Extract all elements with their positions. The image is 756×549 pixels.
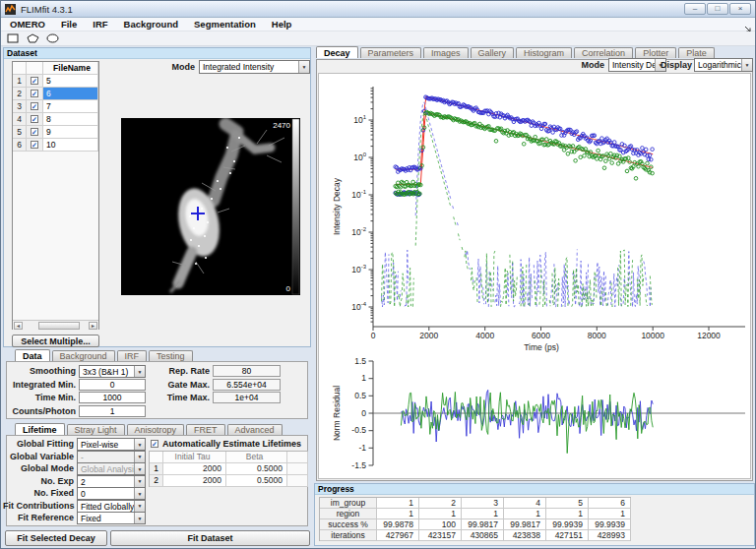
- filler-cell: [287, 475, 308, 487]
- initial-tau-header: Initial Tau: [163, 452, 226, 463]
- menu-omero[interactable]: OMERO: [10, 19, 45, 30]
- file-checkbox[interactable]: ✓: [27, 75, 43, 88]
- file-checkbox[interactable]: ✓: [27, 88, 43, 100]
- maximize-button[interactable]: □: [707, 3, 728, 15]
- field-global-mode[interactable]: Global Analysis▼: [77, 462, 146, 475]
- dataset-mode-dropdown[interactable]: Integrated Intensity ▼: [199, 60, 310, 74]
- progress-value-cell: 1: [546, 509, 589, 519]
- field-no-exp[interactable]: 2▼: [77, 475, 146, 488]
- tab-lifetime[interactable]: Lifetime: [15, 423, 65, 435]
- file-table-row[interactable]: 5✓9: [13, 126, 98, 139]
- scroll-thumb[interactable]: [38, 322, 80, 330]
- beta-cell[interactable]: 0.5000: [226, 463, 287, 475]
- filename-cell[interactable]: 7: [43, 100, 98, 113]
- field-global-variable-value: -: [78, 452, 134, 462]
- file-table-row[interactable]: 1✓5: [13, 75, 98, 88]
- field-no-fixed[interactable]: 0▼: [77, 487, 146, 500]
- svg-text:-0.5: -0.5: [351, 425, 366, 435]
- tab-gallery[interactable]: Gallery: [471, 47, 515, 58]
- progress-value-cell: 1: [377, 498, 419, 509]
- field-counts-photon[interactable]: 1: [79, 405, 146, 417]
- menu-segmentation[interactable]: Segmentation: [194, 19, 256, 30]
- title-bar: FLIMfit 4.3.1 – □ ×: [1, 1, 755, 18]
- menu-irf[interactable]: IRF: [93, 19, 107, 30]
- file-table-row[interactable]: 3✓7: [13, 100, 98, 113]
- tab-fret[interactable]: FRET: [186, 424, 225, 435]
- progress-value-cell: 1: [462, 509, 504, 519]
- field-fit-reference[interactable]: Fixed▼: [77, 512, 146, 524]
- field-time-min[interactable]: 1000: [79, 392, 146, 403]
- app-window: FLIMfit 4.3.1 – □ × OMEROFileIRFBackgrou…: [0, 0, 756, 549]
- close-button[interactable]: ×: [729, 3, 751, 15]
- residual-axis-labels: 1.510.50-0.5-1-1.5Norm Residual: [332, 356, 366, 470]
- decay-charts: 10110010-110-210-310-4020004000600080001…: [319, 74, 750, 478]
- filename-cell[interactable]: 9: [43, 126, 98, 139]
- progress-value-cell: 2: [419, 498, 462, 509]
- ellipse-roi-tool[interactable]: [44, 32, 60, 44]
- field-global-fitting[interactable]: Pixel-wise▼: [77, 438, 146, 451]
- minimize-button[interactable]: –: [684, 3, 706, 15]
- progress-value-cell: 423838: [504, 530, 546, 541]
- scroll-right-icon[interactable]: ►: [89, 322, 97, 330]
- filename-cell[interactable]: 6: [43, 88, 98, 100]
- tab-plotter[interactable]: Plotter: [635, 47, 676, 58]
- menu-help[interactable]: Help: [272, 19, 292, 30]
- initial-tau-cell[interactable]: 2000: [163, 475, 226, 487]
- field-time-max: 1e+04: [213, 392, 281, 403]
- field-fit-reference-value: Fixed: [78, 513, 134, 523]
- field-smoothing[interactable]: 3x3 (B&H 1)▼: [79, 365, 146, 378]
- fit-selected-decay-button[interactable]: Fit Selected Decay: [5, 530, 107, 546]
- auto-estimate-checkbox[interactable]: ✓ Automatically Estimate Lifetimes: [151, 439, 301, 449]
- menu-file[interactable]: File: [61, 19, 77, 30]
- field-fit-contributions[interactable]: Fitted Globally▼: [77, 500, 146, 513]
- progress-value-cell: 1: [419, 509, 462, 519]
- filename-cell[interactable]: 8: [43, 113, 98, 126]
- svg-text:10-4: 10-4: [351, 301, 366, 312]
- initial-tau-cell[interactable]: 2000: [163, 463, 226, 475]
- colorbar: [292, 119, 299, 294]
- file-checkbox[interactable]: ✓: [27, 113, 43, 126]
- field-integrated-min[interactable]: 0: [79, 379, 146, 391]
- fit-dataset-button[interactable]: Fit Dataset: [110, 530, 310, 546]
- tab-histogram[interactable]: Histogram: [516, 47, 572, 58]
- progress-value-cell: 100: [419, 519, 462, 530]
- tab-stray-light[interactable]: Stray Light: [67, 424, 125, 435]
- file-table-row[interactable]: 2✓6: [13, 88, 98, 100]
- tab-plate[interactable]: Plate: [678, 47, 715, 58]
- progress-row-region: region111111: [320, 509, 631, 519]
- scroll-left-icon[interactable]: ◄: [14, 322, 23, 330]
- svg-text:10000: 10000: [641, 331, 664, 340]
- file-table-hscrollbar[interactable]: ◄ ►: [13, 320, 98, 330]
- tab-anisotropy[interactable]: Anisotropy: [127, 424, 185, 435]
- colorbar-max-label: 2470: [273, 121, 290, 130]
- svg-text:0.5: 0.5: [354, 391, 366, 400]
- file-table-row[interactable]: 6✓10: [13, 139, 98, 152]
- polygon-roi-tool[interactable]: [25, 32, 40, 44]
- intensity-image[interactable]: 24700: [121, 118, 300, 295]
- tab-background[interactable]: Background: [52, 350, 115, 361]
- tab-advanced[interactable]: Advanced: [227, 424, 283, 435]
- menu-background[interactable]: Background: [124, 19, 178, 30]
- tab-testing[interactable]: Testing: [149, 350, 193, 361]
- plot-mode-dropdown[interactable]: Intensity Decay ▼: [608, 58, 666, 72]
- file-checkbox[interactable]: ✓: [27, 126, 43, 139]
- tab-irf[interactable]: IRF: [117, 350, 148, 361]
- field-gate-max: 6.554e+04: [213, 379, 281, 391]
- file-checkbox[interactable]: ✓: [27, 100, 43, 113]
- tab-data[interactable]: Data: [15, 349, 50, 361]
- filename-cell[interactable]: 10: [43, 139, 98, 152]
- file-checkbox[interactable]: ✓: [27, 139, 43, 152]
- filename-cell[interactable]: 5: [43, 75, 98, 88]
- progress-table: im_group123456region111111success %99.98…: [319, 497, 631, 541]
- svg-text:6000: 6000: [532, 331, 550, 340]
- beta-cell[interactable]: 0.5000: [226, 475, 287, 487]
- tab-correlation[interactable]: Correlation: [574, 47, 633, 58]
- tab-images[interactable]: Images: [423, 47, 469, 58]
- tab-parameters[interactable]: Parameters: [360, 47, 422, 58]
- tab-decay[interactable]: Decay: [316, 46, 358, 58]
- field-global-variable[interactable]: -▼: [77, 451, 146, 463]
- select-multiple-button[interactable]: Select Multiple...: [12, 335, 99, 347]
- rectangle-roi-tool[interactable]: [5, 32, 21, 44]
- file-table-row[interactable]: 4✓8: [13, 113, 98, 126]
- plot-display-dropdown[interactable]: Logarithmic ▼: [694, 58, 753, 72]
